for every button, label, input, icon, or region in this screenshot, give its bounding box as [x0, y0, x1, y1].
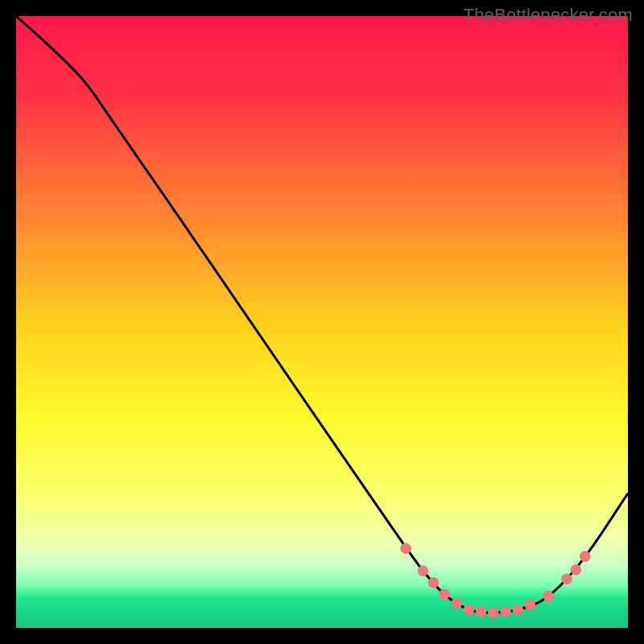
- curve-marker: [500, 606, 511, 617]
- curve-marker: [428, 577, 440, 588]
- curve-marker: [418, 566, 429, 577]
- curve-marker: [525, 599, 536, 610]
- curve-markers: [400, 543, 590, 617]
- curve-marker: [451, 598, 462, 609]
- curve-marker: [571, 564, 582, 576]
- curve-marker: [561, 573, 572, 584]
- curve-marker: [543, 591, 554, 602]
- curve-marker: [580, 551, 591, 562]
- plot-area: [16, 16, 628, 628]
- bottleneck-curve: [16, 16, 628, 613]
- curve-marker: [488, 607, 499, 618]
- curve-layer: [16, 16, 628, 628]
- curve-marker: [512, 604, 523, 615]
- curve-marker: [464, 604, 475, 615]
- attribution-label: TheBottlenecker.com: [464, 5, 633, 26]
- chart-stage: TheBottlenecker.com: [0, 0, 644, 644]
- curve-marker: [439, 588, 450, 600]
- curve-marker: [400, 543, 411, 554]
- curve-marker: [476, 606, 487, 617]
